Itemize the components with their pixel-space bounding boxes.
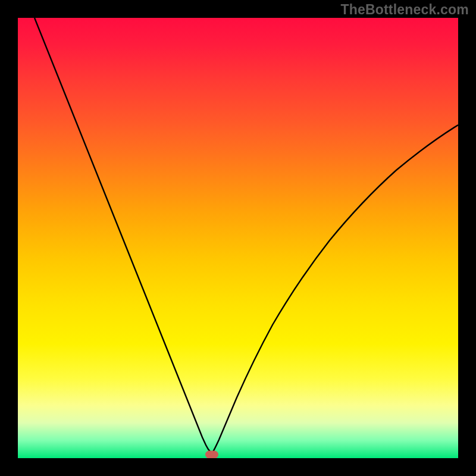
plot-area <box>18 18 458 458</box>
curve-right-branch <box>212 125 458 453</box>
chart-frame: TheBottleneck.com <box>0 0 476 476</box>
watermark-text: TheBottleneck.com <box>340 2 469 18</box>
minimum-marker <box>205 451 218 458</box>
curve-svg <box>18 18 458 458</box>
curve-left-branch <box>35 18 212 453</box>
